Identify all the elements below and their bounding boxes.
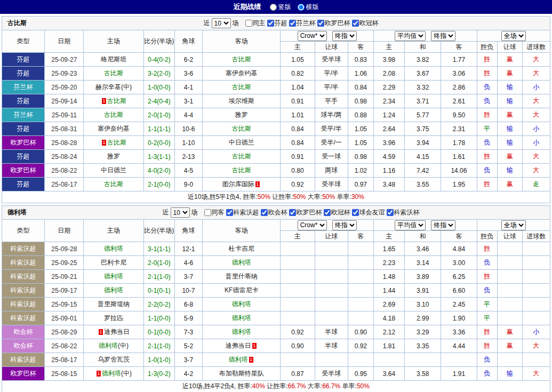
final-odds-select-2[interactable]: 终指 xyxy=(431,220,455,230)
league-filter[interactable]: 芬超 xyxy=(267,19,287,28)
league-filter-checkbox[interactable] xyxy=(324,209,331,216)
avg-draw: 3.32 xyxy=(405,81,441,94)
league-filter-checkbox[interactable] xyxy=(317,20,324,27)
scope-select[interactable]: 全场 xyxy=(501,220,526,230)
result-handicap: 赢 xyxy=(497,53,522,67)
result-goals: 大 xyxy=(522,367,550,381)
league-filter[interactable]: 欧冠杯 xyxy=(352,19,379,28)
away-team: 迪弗当日1 xyxy=(203,339,281,353)
odds-away xyxy=(348,284,373,298)
avg-home: 4.59 xyxy=(373,150,404,164)
average-select[interactable]: 平均值 xyxy=(395,31,426,41)
view-option-vertical[interactable]: 竖版 xyxy=(270,3,291,12)
odds-home xyxy=(281,270,315,284)
scope-select[interactable]: 全场 xyxy=(501,31,526,41)
odds-away: 1.05 xyxy=(348,136,373,150)
league-badge: 芬超 xyxy=(2,94,45,108)
league-filter[interactable]: 球会友谊 xyxy=(352,208,385,217)
avg-away: 9.50 xyxy=(441,108,477,122)
neutral-venue-label: (中) xyxy=(121,83,132,91)
bookmaker-select[interactable]: Crow* xyxy=(298,220,327,230)
match-date: 25-08-22 xyxy=(45,339,84,353)
home-team-name: 中日德兰 xyxy=(101,166,126,174)
avg-away: 3.00 xyxy=(441,256,477,270)
avg-away xyxy=(441,353,477,367)
final-odds-select-2[interactable]: 终指 xyxy=(431,31,455,41)
topbar: 近期战绩 竖版 横版 xyxy=(0,0,552,14)
view-radio-vertical[interactable] xyxy=(270,4,277,11)
result-group: 全场 xyxy=(477,220,550,231)
league-badge: 科索沃超 xyxy=(2,256,45,270)
odds-away xyxy=(348,270,373,284)
match-score: 1-1(0-0) xyxy=(143,311,174,325)
view-option-horizontal[interactable]: 横版 xyxy=(298,3,319,12)
result-outcome: 胜 xyxy=(477,339,497,353)
away-team-name: 埃尔维斯 xyxy=(229,97,254,105)
league-filter[interactable]: 欧会杯 xyxy=(261,208,287,217)
final-odds-select[interactable]: 终指 xyxy=(332,31,357,41)
home-team: 1古比斯 xyxy=(84,94,143,108)
odds-away: 0.95 xyxy=(348,367,373,381)
col-header-odds-home: 主 xyxy=(281,42,315,53)
recent-count-select[interactable]: 10 xyxy=(171,207,190,218)
bookmaker-select[interactable]: Crow* xyxy=(298,31,327,41)
league-filter-checkbox[interactable] xyxy=(289,209,296,216)
bookmaker-odds-group: Crow*终指 xyxy=(281,30,374,42)
league-filter-checkbox[interactable] xyxy=(352,209,359,216)
odds-handicap xyxy=(315,284,348,298)
same-venue-checkbox[interactable] xyxy=(204,209,211,216)
team-name: 德利塔 xyxy=(2,208,32,217)
home-team-name: 巴利卡尼 xyxy=(101,259,126,266)
odds-away xyxy=(348,242,373,256)
avg-away: 1.77 xyxy=(441,53,477,67)
league-filter[interactable]: 芬兰杯 xyxy=(289,19,316,28)
avg-draw: 7.42 xyxy=(405,164,441,178)
corner-score: 2-13 xyxy=(174,150,202,164)
league-filter-checkbox[interactable] xyxy=(267,20,274,27)
same-venue-checkbox[interactable] xyxy=(245,20,252,27)
home-team: 雅罗 xyxy=(84,150,143,164)
result-goals xyxy=(522,284,550,298)
odds-away: 0.90 xyxy=(348,325,373,339)
league-filter[interactable]: 欧罗巴杯 xyxy=(289,208,322,217)
away-team-name: 迪弗当日 xyxy=(226,342,251,349)
avg-draw: 3.91 xyxy=(405,284,441,298)
avg-draw: 3.35 xyxy=(405,339,441,353)
away-team-name: 古比斯 xyxy=(232,166,251,174)
result-goals xyxy=(522,270,550,284)
avg-draw: 3.10 xyxy=(405,298,441,311)
league-filter[interactable]: 欧冠杯 xyxy=(324,208,350,217)
away-team-name: 古比斯 xyxy=(232,153,251,160)
view-radio-horizontal[interactable] xyxy=(298,4,305,11)
avg-draw: 3.67 xyxy=(405,67,441,81)
results-table: 类型日期主场比分(半场)角球客场Crow*终指平均值终指全场主让球客主和客胜负让… xyxy=(2,219,550,392)
avg-draw: 3.82 xyxy=(405,53,441,67)
league-filter-checkbox[interactable] xyxy=(289,20,296,27)
same-venue-filter[interactable]: 同主 xyxy=(245,19,266,28)
average-select[interactable]: 平均值 xyxy=(395,220,426,230)
final-odds-select[interactable]: 终指 xyxy=(332,220,357,230)
summary-value: 50% xyxy=(258,193,270,201)
league-filter[interactable]: 科索沃超 xyxy=(226,208,259,217)
result-goals: 大 xyxy=(522,164,550,178)
home-team-name: 格尼斯坦 xyxy=(101,55,126,63)
league-badge: 科索沃超 xyxy=(2,353,45,367)
league-filter[interactable]: 欧罗巴杯 xyxy=(317,19,350,28)
home-team: 中日德兰 xyxy=(84,164,143,178)
match-score: 3-1(1-1) xyxy=(143,242,174,256)
summary-label: 让胜率: xyxy=(265,382,288,390)
team-section: 德利塔近10场同客科索沃超欧会杯欧罗巴杯欧冠杯球会友谊科索沃杯类型日期主场比分(… xyxy=(2,205,550,392)
col-header-league: 类型 xyxy=(2,220,45,242)
red-card-icon: 1 xyxy=(255,181,260,187)
summary-label: 大率: xyxy=(306,382,323,390)
league-filter[interactable]: 科索沃杯 xyxy=(387,208,420,217)
avg-home: 2.64 xyxy=(373,122,404,136)
league-filter-checkbox[interactable] xyxy=(387,209,394,216)
league-filter-checkbox[interactable] xyxy=(226,209,233,216)
recent-count-select[interactable]: 10 xyxy=(212,18,231,28)
league-filter-checkbox[interactable] xyxy=(261,209,268,216)
home-team-name: 古比斯 xyxy=(104,180,123,188)
match-row: 欧罗巴杯25-08-22中日德兰4-0(2-0)4-5古比斯0.80两球1.02… xyxy=(2,164,550,178)
same-venue-filter[interactable]: 同客 xyxy=(204,208,225,217)
league-filter-checkbox[interactable] xyxy=(352,20,359,27)
